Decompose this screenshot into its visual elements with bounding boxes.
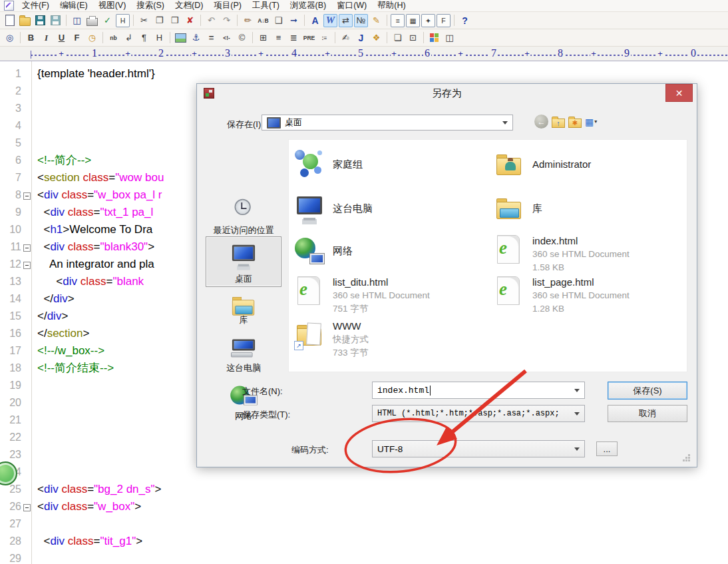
new-folder-button[interactable]: ✱ bbox=[568, 119, 582, 128]
browser-preview-button[interactable]: ◎ bbox=[3, 31, 17, 45]
menu-item[interactable]: 编辑(E) bbox=[55, 1, 93, 10]
fold-marker[interactable] bbox=[23, 192, 31, 200]
panel-cliptext-button[interactable]: ▦ bbox=[406, 14, 420, 27]
panel-functions-button[interactable]: F bbox=[437, 14, 451, 27]
split-window-button[interactable]: ◫ bbox=[443, 31, 456, 45]
redo-button[interactable]: ↷ bbox=[220, 14, 234, 27]
underline-button[interactable]: U bbox=[55, 31, 69, 45]
sidebar-item-recent[interactable]: 最近访问的位置 bbox=[206, 196, 281, 238]
sidebar-item-this-pc[interactable]: 这台电脑 bbox=[206, 335, 281, 376]
script-tag-button[interactable]: J bbox=[354, 31, 368, 45]
menu-item[interactable]: 工具(T) bbox=[247, 1, 285, 10]
print-button[interactable] bbox=[85, 14, 99, 27]
list-tag-button[interactable]: :≡ bbox=[317, 31, 331, 45]
fold-marker[interactable] bbox=[23, 262, 31, 269]
encoding-combobox[interactable]: UTF-8 bbox=[372, 440, 585, 457]
cut-button[interactable]: ✂ bbox=[137, 14, 151, 27]
copy-button[interactable]: ❐ bbox=[152, 14, 166, 27]
hr-tag-button[interactable]: = bbox=[204, 31, 218, 45]
fold-marker[interactable] bbox=[23, 504, 31, 511]
save-in-combobox[interactable]: 桌面 bbox=[262, 115, 513, 131]
duplicate-line-button[interactable]: ❑ bbox=[272, 14, 285, 27]
more-encodings-button[interactable]: ... bbox=[596, 441, 618, 456]
div-tag-button[interactable]: ≣ bbox=[287, 31, 301, 45]
menu-item[interactable]: 文档(D) bbox=[170, 1, 208, 10]
line-number-toggle[interactable]: № bbox=[354, 14, 368, 27]
views-menu-button[interactable]: ▦▾ bbox=[585, 117, 597, 127]
font-button[interactable]: A bbox=[308, 14, 322, 27]
menu-item[interactable]: 项目(P) bbox=[208, 1, 247, 10]
save-file-button[interactable] bbox=[33, 14, 47, 27]
file-item[interactable]: 库 bbox=[494, 193, 542, 224]
file-item[interactable]: Administrator bbox=[494, 149, 591, 180]
close-button[interactable]: ✕ bbox=[665, 84, 693, 102]
sidebar-item-desktop[interactable]: 桌面 bbox=[206, 236, 281, 287]
sidebar-item-libraries[interactable]: 库 bbox=[206, 291, 281, 328]
comment-tag-button[interactable]: <!- bbox=[220, 31, 234, 45]
image-tag-button[interactable] bbox=[174, 31, 188, 45]
menu-item[interactable]: 文件(F) bbox=[17, 1, 55, 10]
menu-item[interactable]: 帮助(H) bbox=[372, 1, 411, 10]
file-item[interactable]: index.html360 se HTML Document1.58 KB bbox=[494, 234, 630, 274]
sort-ab-button[interactable]: A↓B bbox=[256, 14, 270, 27]
center-tag-button[interactable]: ≡ bbox=[272, 31, 285, 45]
dialog-titlebar[interactable]: 另存为 ✕ bbox=[197, 84, 697, 103]
windows-button[interactable] bbox=[427, 31, 441, 45]
arrange-window-button[interactable]: ⊡ bbox=[406, 31, 420, 45]
line-spacing-toggle[interactable]: ⇄ bbox=[339, 14, 353, 27]
font-tag-button[interactable]: F bbox=[70, 31, 84, 45]
menu-item[interactable]: 视图(V) bbox=[93, 1, 132, 10]
panel-directory-button[interactable]: ≡ bbox=[391, 14, 405, 27]
new-file-button[interactable] bbox=[3, 14, 17, 27]
heading-tag-button[interactable]: H bbox=[152, 31, 166, 45]
save-button[interactable]: 保存(S) bbox=[608, 382, 687, 400]
context-help-button[interactable]: ? bbox=[458, 14, 472, 27]
file-item[interactable]: list_ditu.html360 se HTML Document751 字节 bbox=[294, 276, 430, 315]
save-all-button[interactable] bbox=[49, 14, 63, 27]
code-line[interactable]: 29 bbox=[0, 550, 728, 564]
delete-button[interactable]: ✘ bbox=[183, 14, 197, 27]
bold-button[interactable]: B bbox=[24, 31, 38, 45]
file-list[interactable]: 家庭组这台电脑网络list_ditu.html360 se HTML Docum… bbox=[288, 139, 687, 372]
code-line[interactable]: 25<div class="bg_2 dn_s"> bbox=[0, 481, 728, 498]
break-tag-button[interactable]: ↲ bbox=[122, 31, 136, 45]
indent-list-button[interactable]: ➞ bbox=[287, 14, 301, 27]
code-line[interactable]: 28 <div class="tit_g1"> bbox=[0, 533, 728, 550]
file-item[interactable]: ↗WWW快捷方式733 字节 bbox=[294, 320, 369, 359]
datetime-button[interactable]: ◷ bbox=[85, 31, 99, 45]
code-line[interactable]: 27 bbox=[0, 515, 728, 533]
menu-item[interactable]: 窗口(W) bbox=[331, 1, 372, 10]
code-line[interactable]: 26<div class="w_box"> bbox=[0, 498, 728, 515]
menu-item[interactable]: 浏览器(B) bbox=[285, 1, 331, 10]
preferences-button[interactable]: ✎ bbox=[369, 14, 383, 27]
cancel-button[interactable]: 取消 bbox=[608, 405, 687, 422]
filename-input[interactable]: index.html bbox=[372, 382, 585, 399]
table-tag-button[interactable]: ⊞ bbox=[256, 31, 270, 45]
special-char-button[interactable]: © bbox=[235, 31, 249, 45]
form-tag-button[interactable]: ✍ bbox=[339, 31, 353, 45]
new-window-button[interactable]: ❏ bbox=[391, 31, 405, 45]
print-preview-button[interactable]: ◫ bbox=[70, 14, 84, 27]
file-item[interactable]: 网络 bbox=[294, 236, 353, 266]
pre-tag-button[interactable]: PRE bbox=[302, 31, 316, 45]
undo-button[interactable]: ↶ bbox=[204, 14, 218, 27]
italic-button[interactable]: I bbox=[39, 31, 53, 45]
nbsp-button[interactable]: nb bbox=[106, 31, 120, 45]
fold-marker[interactable] bbox=[23, 244, 31, 252]
spell-check-button[interactable]: ✓ bbox=[100, 14, 114, 27]
html-check-button[interactable]: H bbox=[116, 14, 130, 27]
file-item[interactable]: list_page.html360 se HTML Document1.28 K… bbox=[494, 276, 630, 315]
code-line[interactable]: 1{template 'header.html'} bbox=[0, 65, 728, 83]
panel-resource-button[interactable]: ✦ bbox=[421, 14, 435, 27]
open-file-button[interactable] bbox=[18, 14, 32, 27]
paste-button[interactable]: ❒ bbox=[168, 14, 182, 27]
format-painter-button[interactable]: ✏ bbox=[241, 14, 255, 27]
menu-item[interactable]: 搜索(S) bbox=[131, 1, 170, 10]
file-item[interactable]: 这台电脑 bbox=[294, 193, 373, 224]
anchor-tag-button[interactable]: ⚓ bbox=[189, 31, 203, 45]
word-wrap-toggle[interactable]: W bbox=[323, 14, 337, 27]
object-tag-button[interactable]: ❖ bbox=[369, 31, 383, 45]
file-item[interactable]: 家庭组 bbox=[294, 149, 363, 180]
back-button[interactable]: ← bbox=[534, 115, 548, 129]
paragraph-tag-button[interactable]: ¶ bbox=[137, 31, 151, 45]
